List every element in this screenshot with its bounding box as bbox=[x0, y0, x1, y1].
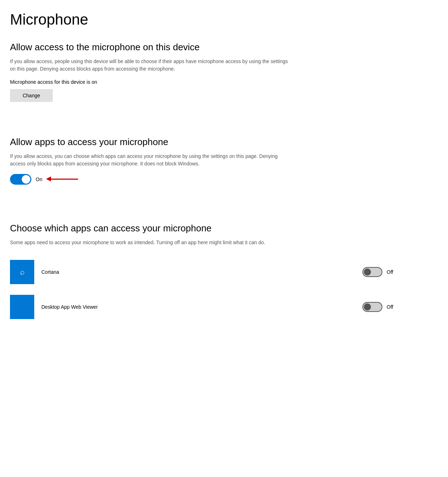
page-title: Microphone bbox=[10, 11, 434, 29]
toggle-knob bbox=[22, 175, 30, 184]
app-item-desktop-web-viewer: Desktop App Web Viewer Off bbox=[10, 295, 434, 319]
spacer3 bbox=[10, 253, 434, 260]
app-item-cortana: ⌕ Cortana Off bbox=[10, 260, 434, 284]
section1-description: If you allow access, people using this d… bbox=[10, 58, 288, 73]
app-access-toggle-row: On bbox=[10, 174, 434, 185]
section-device-access: Allow access to the microphone on this d… bbox=[10, 41, 434, 102]
cortana-icon-bg: ⌕ bbox=[10, 260, 34, 284]
cortana-toggle-knob bbox=[364, 268, 371, 276]
cortana-toggle-label: Off bbox=[387, 269, 393, 275]
section-app-access: Allow apps to access your microphone If … bbox=[10, 136, 434, 185]
spacer1 bbox=[10, 119, 434, 136]
cortana-toggle[interactable] bbox=[362, 267, 382, 277]
section2-heading: Allow apps to access your microphone bbox=[10, 136, 434, 148]
desktop-web-viewer-toggle-area: Off bbox=[362, 302, 434, 312]
cortana-app-name: Cortana bbox=[41, 269, 362, 275]
desktop-web-viewer-toggle-knob bbox=[364, 303, 371, 311]
desktop-web-viewer-toggle[interactable] bbox=[362, 302, 382, 312]
desktop-web-viewer-toggle-label: Off bbox=[387, 304, 393, 310]
app-access-toggle[interactable] bbox=[10, 174, 31, 185]
arrow-annotation bbox=[50, 179, 78, 180]
section-choose-apps: Choose which apps can access your microp… bbox=[10, 222, 434, 319]
cortana-search-icon: ⌕ bbox=[20, 267, 25, 277]
section1-heading: Allow access to the microphone on this d… bbox=[10, 41, 434, 53]
desktop-web-viewer-app-name: Desktop App Web Viewer bbox=[41, 304, 362, 310]
device-access-status: Microphone access for this device is on bbox=[10, 79, 434, 85]
section3-description: Some apps need to access your microphone… bbox=[10, 239, 288, 246]
desktop-web-viewer-icon-bg bbox=[10, 295, 34, 319]
change-button[interactable]: Change bbox=[10, 89, 53, 102]
spacer2 bbox=[10, 202, 434, 219]
arrow-line bbox=[50, 179, 78, 180]
app-access-toggle-label: On bbox=[36, 176, 42, 182]
section3-heading: Choose which apps can access your microp… bbox=[10, 222, 434, 235]
section2-description: If you allow access, you can choose whic… bbox=[10, 153, 288, 168]
cortana-toggle-area: Off bbox=[362, 267, 434, 277]
